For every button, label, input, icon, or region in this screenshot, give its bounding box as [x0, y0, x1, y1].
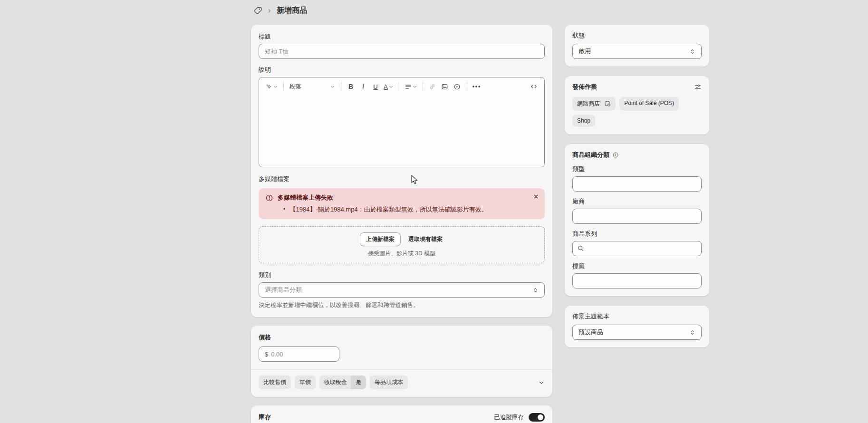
- currency-symbol: $: [265, 351, 268, 358]
- inventory-card: 庫存 已追蹤庫存: [251, 405, 552, 423]
- description-editor: 段落 B I U A: [259, 77, 545, 167]
- type-label: 類型: [572, 165, 702, 173]
- charge-tax-label: 收取稅金: [319, 375, 351, 389]
- description-textarea[interactable]: [259, 96, 544, 167]
- collections-input[interactable]: [572, 241, 702, 256]
- select-updown-icon: [689, 329, 695, 336]
- page-title: 新增商品: [277, 6, 307, 16]
- status-label: 狀態: [572, 31, 702, 40]
- type-input[interactable]: [572, 176, 702, 192]
- manage-channels-icon[interactable]: [694, 83, 702, 91]
- category-label: 類別: [259, 271, 545, 279]
- more-options-button[interactable]: •••: [471, 80, 483, 93]
- organization-heading: 商品組織分類: [572, 151, 609, 159]
- channel-shop-chip[interactable]: Shop: [572, 115, 595, 127]
- channel-online-store-chip[interactable]: 網路商店: [572, 97, 616, 111]
- tags-label: 標籤: [572, 262, 702, 270]
- status-card: 狀態 啟用: [565, 25, 709, 67]
- error-detail-item: • 【1984】-關於1984.mp4：由於檔案類型無效，所以無法確認影片有效。: [278, 205, 488, 214]
- price-input[interactable]: [271, 351, 333, 358]
- theme-template-select[interactable]: 預設商品: [572, 325, 702, 340]
- select-updown-icon: [532, 287, 539, 293]
- theme-template-value: 預設商品: [579, 328, 603, 336]
- category-helper-text: 決定稅率並新增中繼欄位，以改善搜尋、篩選和跨管道銷售。: [259, 301, 545, 309]
- error-detail-text: 【1984】-關於1984.mp4：由於檔案類型無效，所以無法確認影片有效。: [290, 205, 488, 214]
- vendor-input[interactable]: [572, 209, 702, 224]
- breadcrumb-chevron-icon: [267, 8, 272, 14]
- editor-toolbar: 段落 B I U A: [259, 77, 544, 96]
- pricing-heading: 價格: [259, 333, 545, 342]
- publishing-heading: 發佈作業: [572, 83, 597, 91]
- theme-template-card: 佈景主題範本 預設商品: [565, 306, 709, 347]
- inventory-heading: 庫存: [259, 413, 271, 422]
- channel-label: 網路商店: [577, 100, 600, 107]
- theme-template-label: 佈景主題範本: [572, 312, 702, 321]
- charge-tax-chip[interactable]: 收取稅金 是: [319, 375, 366, 389]
- breadcrumb: 新增商品: [253, 6, 307, 16]
- upload-new-file-button[interactable]: 上傳新檔案: [360, 232, 401, 246]
- toolbar-divider: [341, 82, 341, 91]
- track-inventory-label: 已追蹤庫存: [494, 413, 524, 422]
- toolbar-divider: [423, 82, 423, 91]
- unit-price-chip[interactable]: 單價: [295, 375, 316, 389]
- product-details-card: 標題 說明 段落: [251, 25, 552, 317]
- product-organization-card: 商品組織分類 類型 廠商 商品系列: [565, 144, 709, 296]
- media-dropzone[interactable]: 上傳新檔案 選取現有檔案 接受圖片、影片或 3D 模型: [259, 226, 545, 263]
- insert-video-button[interactable]: [452, 80, 463, 93]
- select-existing-file-button[interactable]: 選取現有檔案: [407, 233, 444, 246]
- price-field[interactable]: $: [259, 346, 339, 362]
- insert-image-button[interactable]: [439, 80, 451, 93]
- description-label: 說明: [259, 66, 545, 74]
- category-select-value: 選擇商品分類: [265, 286, 302, 294]
- track-inventory-toggle[interactable]: [529, 413, 545, 422]
- pricing-card: 價格 $ 比較售價 單價 收取稅金 是 每品項成本: [251, 326, 552, 397]
- select-updown-icon: [689, 48, 695, 55]
- tags-input[interactable]: [572, 273, 702, 288]
- media-upload-error-banner: 多媒體檔案上傳失敗 • 【1984】-關於1984.mp4：由於檔案類型無效，所…: [259, 188, 545, 219]
- publishing-card: 發佈作業 網路商店: [565, 76, 709, 135]
- main-column: 標題 說明 段落: [251, 25, 552, 423]
- magic-ai-button[interactable]: [264, 80, 280, 93]
- compare-at-price-chip[interactable]: 比較售價: [259, 375, 291, 389]
- close-icon[interactable]: [533, 193, 539, 200]
- media-label: 多媒體檔案: [259, 175, 545, 183]
- status-select[interactable]: 啟用: [572, 44, 702, 59]
- info-icon[interactable]: [612, 152, 619, 158]
- toolbar-divider: [283, 82, 284, 91]
- text-color-button[interactable]: A: [382, 80, 395, 93]
- alert-circle-icon: [265, 194, 273, 214]
- divider: [251, 369, 552, 370]
- paragraph-style-value: 段落: [289, 83, 301, 91]
- channel-pos-chip[interactable]: Point of Sale (POS): [619, 97, 679, 111]
- charge-tax-value: 是: [351, 375, 366, 389]
- schedule-calendar-clock-icon[interactable]: [604, 100, 611, 107]
- toolbar-divider: [399, 82, 399, 91]
- dropzone-hint: 接受圖片、影片或 3D 模型: [264, 250, 540, 258]
- status-select-value: 啟用: [579, 47, 591, 56]
- link-button[interactable]: [427, 80, 438, 93]
- alignment-button[interactable]: [403, 80, 419, 93]
- title-input[interactable]: [259, 44, 545, 59]
- cost-per-item-chip[interactable]: 每品項成本: [370, 375, 408, 389]
- bold-button[interactable]: B: [345, 80, 357, 93]
- sales-channels-list: 網路商店 Point of Sale (POS) Shop: [572, 97, 702, 127]
- show-html-button[interactable]: [528, 80, 540, 93]
- vendor-label: 廠商: [572, 197, 702, 206]
- error-title: 多媒體檔案上傳失敗: [278, 193, 488, 202]
- toolbar-divider: [467, 82, 467, 91]
- category-select[interactable]: 選擇商品分類: [259, 282, 545, 298]
- collections-label: 商品系列: [572, 230, 702, 238]
- underline-button[interactable]: U: [370, 80, 381, 93]
- paragraph-style-dropdown[interactable]: 段落: [288, 80, 337, 93]
- error-banner-content: 多媒體檔案上傳失敗 • 【1984】-關於1984.mp4：由於檔案類型無效，所…: [278, 193, 488, 214]
- sidebar: 狀態 啟用 發佈作業: [565, 25, 709, 347]
- italic-button[interactable]: I: [357, 80, 369, 93]
- chevron-down-icon[interactable]: [538, 379, 545, 386]
- products-tag-icon[interactable]: [253, 6, 262, 15]
- pricing-options-row: 比較售價 單價 收取稅金 是 每品項成本: [259, 375, 545, 389]
- bullet: •: [283, 205, 286, 214]
- title-label: 標題: [259, 32, 545, 41]
